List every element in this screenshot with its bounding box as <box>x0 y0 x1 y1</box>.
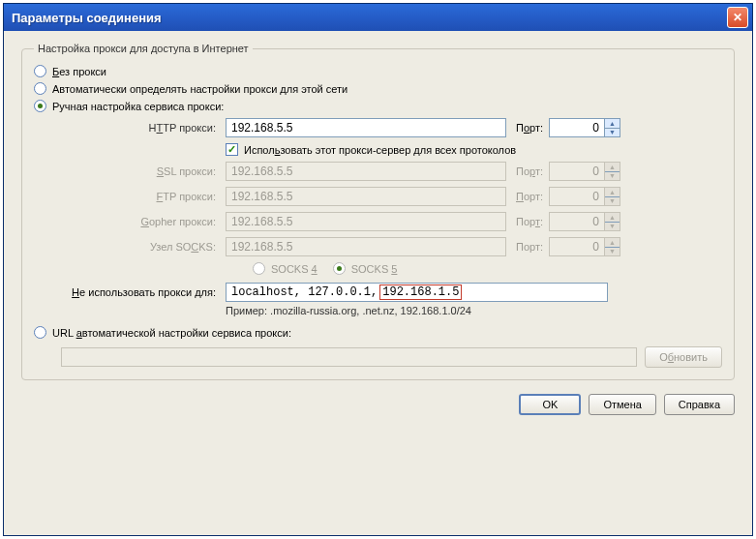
gopher-label: Gopher прокси: <box>61 216 226 227</box>
option-manual[interactable]: Ручная настройка сервиса прокси: <box>34 100 722 112</box>
window-title: Параметры соединения <box>12 11 727 25</box>
socks-port-input <box>549 237 605 256</box>
spinner-buttons: ▲▼ <box>605 162 620 181</box>
option-auto-detect[interactable]: Автоматически определять настройки прокс… <box>34 82 722 95</box>
socks-label: Узел SOCKS: <box>61 241 226 253</box>
http-label: HTTP прокси: <box>61 122 226 134</box>
ssl-row: SSL прокси: Порт: ▲▼ <box>61 162 722 181</box>
option-label: Ручная настройка сервиса прокси: <box>52 101 224 112</box>
gopher-port-spinner: ▲▼ <box>549 212 620 231</box>
radio-icon <box>34 65 46 77</box>
ssl-port-spinner: ▲▼ <box>549 162 620 181</box>
chevron-up-icon[interactable]: ▲ <box>605 119 620 128</box>
option-label: Автоматически определять настройки прокс… <box>52 83 348 95</box>
radio-icon <box>34 82 46 95</box>
chevron-down-icon: ▼ <box>605 247 620 256</box>
port-label: Порт: <box>516 165 543 177</box>
ssl-label: SSL прокси: <box>61 165 226 177</box>
radio-icon <box>34 326 46 339</box>
manual-form: HTTP прокси: Порт: ▲▼ Использовать этот … <box>61 118 722 275</box>
proxy-group: Настройка прокси для доступа в Интернет … <box>21 43 735 380</box>
option-label: Без прокси <box>52 66 106 77</box>
http-proxy-input[interactable] <box>226 118 506 137</box>
auto-url-row: Обновить <box>61 346 722 368</box>
window-inner: Параметры соединения ✕ Настройка прокси … <box>3 3 753 536</box>
socks4-label: SOCKS 4 <box>271 263 318 275</box>
no-proxy-label: Не использовать прокси для: <box>34 286 226 298</box>
close-icon: ✕ <box>733 11 742 24</box>
gopher-row: Gopher прокси: Порт: ▲▼ <box>61 212 722 231</box>
ok-button[interactable]: OK <box>519 394 581 415</box>
socks-version-row: SOCKS 4 SOCKS 5 <box>253 262 722 275</box>
ftp-label: FTP прокси: <box>61 191 226 202</box>
use-for-all-label: Использовать этот прокси-сервер для всех… <box>244 144 516 156</box>
gopher-proxy-input <box>226 212 506 231</box>
ftp-port-input <box>549 187 605 206</box>
checkbox-icon[interactable] <box>226 143 238 156</box>
auto-url-label: URL автоматической настройки сервиса про… <box>52 327 291 339</box>
use-for-all-row[interactable]: Использовать этот прокси-сервер для всех… <box>226 143 722 156</box>
chevron-down-icon: ▼ <box>605 222 620 231</box>
radio-icon <box>333 262 346 275</box>
socks-row: Узел SOCKS: Порт: ▲▼ <box>61 237 722 256</box>
port-label: Порт: <box>516 122 543 134</box>
chevron-up-icon: ▲ <box>605 188 620 196</box>
socks-proxy-input <box>226 237 506 256</box>
ftp-proxy-input <box>226 187 506 206</box>
ssl-proxy-input <box>226 162 506 181</box>
ftp-row: FTP прокси: Порт: ▲▼ <box>61 187 722 206</box>
spinner-buttons: ▲▼ <box>605 212 620 231</box>
ftp-port-spinner: ▲▼ <box>549 187 620 206</box>
window: Параметры соединения ✕ Настройка прокси … <box>0 0 756 539</box>
port-label: Порт: <box>516 216 543 227</box>
no-proxy-input[interactable]: localhost, 127.0.0.1, 192.168.1.5 <box>226 283 608 302</box>
cancel-button[interactable]: Отмена <box>589 394 655 415</box>
group-legend: Настройка прокси для доступа в Интернет <box>34 43 253 54</box>
ssl-port-input <box>549 162 605 181</box>
no-proxy-example: Пример: .mozilla-russia.org, .net.nz, 19… <box>226 305 722 316</box>
reload-button: Обновить <box>645 346 722 368</box>
chevron-up-icon: ▲ <box>605 213 620 222</box>
chevron-down-icon: ▼ <box>605 196 620 206</box>
http-port-input[interactable] <box>549 118 605 137</box>
spinner-buttons: ▲▼ <box>605 237 620 256</box>
spinner-buttons: ▲▼ <box>605 187 620 206</box>
no-proxy-highlight: 192.168.1.5 <box>379 284 462 300</box>
option-auto-url[interactable]: URL автоматической настройки сервиса про… <box>34 326 722 339</box>
chevron-down-icon: ▼ <box>605 171 620 181</box>
title-bar: Параметры соединения ✕ <box>4 4 752 31</box>
gopher-port-input <box>549 212 605 231</box>
socks-port-spinner: ▲▼ <box>549 237 620 256</box>
spinner-buttons[interactable]: ▲▼ <box>605 118 620 137</box>
http-row: HTTP прокси: Порт: ▲▼ <box>61 118 722 137</box>
socks4-option: SOCKS 4 <box>253 262 318 275</box>
help-button[interactable]: Справка <box>664 394 735 415</box>
port-label: Порт: <box>516 241 543 253</box>
chevron-up-icon: ▲ <box>605 238 620 247</box>
close-button[interactable]: ✕ <box>727 7 748 28</box>
option-no-proxy[interactable]: Без прокси <box>34 65 722 77</box>
socks5-option: SOCKS 5 <box>333 262 398 275</box>
radio-icon <box>253 262 265 275</box>
socks5-label: SOCKS 5 <box>351 263 398 275</box>
radio-icon <box>34 100 46 112</box>
auto-url-input <box>61 347 637 367</box>
no-proxy-value-a: localhost, 127.0.0.1, <box>231 285 378 299</box>
port-label: Порт: <box>516 191 543 202</box>
http-port-spinner[interactable]: ▲▼ <box>549 118 620 137</box>
dialog-footer: OK Отмена Справка <box>21 394 735 415</box>
dialog-body: Настройка прокси для доступа в Интернет … <box>4 31 752 535</box>
no-proxy-row: Не использовать прокси для: localhost, 1… <box>34 283 722 302</box>
chevron-down-icon[interactable]: ▼ <box>605 128 620 137</box>
chevron-up-icon: ▲ <box>605 163 620 171</box>
